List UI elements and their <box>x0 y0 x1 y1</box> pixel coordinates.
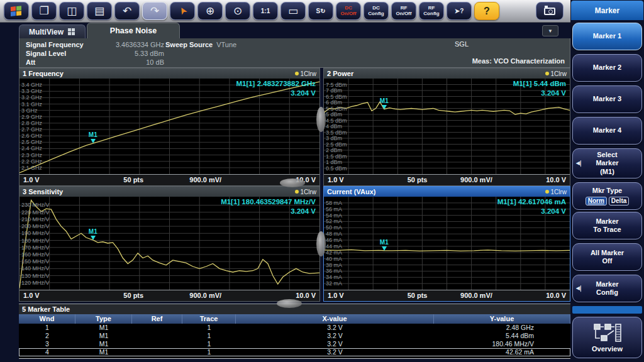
zoom-area-icon: ⊕ <box>206 6 214 16</box>
rf-onoff-button-label: RFOn/Off <box>396 6 412 16</box>
marker-type-option-norm[interactable]: Norm <box>586 197 607 206</box>
tab-multiview[interactable]: MultiView <box>19 25 86 38</box>
redo-button[interactable]: ↷ <box>142 2 167 20</box>
panel-title-bar[interactable]: 2 Power1Clrw <box>324 69 570 79</box>
panel-title-bar[interactable]: Current (VAux)1Clrw <box>324 187 570 197</box>
y-axis-tick-label: 130 MHz/V <box>21 273 50 279</box>
trace-mode-label: 1Clrw <box>300 189 316 195</box>
trace-color-dot <box>295 72 299 75</box>
marker-2-button[interactable]: Marker 2 <box>572 54 642 82</box>
sweep-source-value[interactable]: VTune <box>216 40 236 49</box>
x-axis-start: 1.0 V <box>23 292 40 299</box>
marker-m1[interactable]: M1 <box>89 229 97 240</box>
chart-panel-1[interactable]: 1 Frequency1Clrw3.4 GHz3.3 GHz3.2 GHz3.1… <box>19 68 320 186</box>
panel-title: 1 Frequency <box>23 70 295 77</box>
select-marker-button[interactable]: ◀SelectMarker(M1) <box>572 148 642 178</box>
marker-type-option-delta[interactable]: Delta <box>609 197 629 206</box>
dc-config-button[interactable]: DCConfig <box>364 2 389 20</box>
trace-indicator: 1Clrw <box>295 189 316 195</box>
chart-panel-4[interactable]: Current (VAux)1Clrw58 mA56 mA54 mA52 mA5… <box>323 186 570 302</box>
marker-1-button-label: Marker 1 <box>593 32 621 40</box>
panel-title: 3 Sensitivity <box>23 188 295 195</box>
screenshot-button[interactable] <box>536 2 564 20</box>
marker-type-button[interactable]: Mkr TypeNormDelta <box>572 182 642 210</box>
marker-table-row-4[interactable]: 4M113.2 V42.62 mA <box>19 348 570 356</box>
help-button[interactable]: ? <box>474 2 499 20</box>
all-marker-off-button[interactable]: All MarkerOff <box>572 243 642 271</box>
one-to-one-button[interactable]: 1:1 <box>253 2 278 20</box>
window-dropdown-button[interactable]: ▼ <box>542 25 558 36</box>
signal-frequency-value[interactable]: 3.4636334 GHz <box>100 40 164 49</box>
zoom-spectrum-button[interactable]: ⊙ <box>225 2 250 20</box>
display-config-button[interactable]: ▭ <box>280 2 306 20</box>
trace-indicator: 1Clrw <box>545 189 567 195</box>
marker-to-trace-button-label: Marker <box>596 217 618 226</box>
print-button[interactable]: ▤ <box>87 2 112 20</box>
marker-table-cell <box>132 324 182 332</box>
marker-table-cell: M1 <box>75 332 132 340</box>
select-pointer-button[interactable]: ➤ <box>170 2 195 20</box>
marker-table-row-2[interactable]: 2M113.2 V5.44 dBm <box>19 332 570 340</box>
splitter-handle-horizontal-mid[interactable] <box>280 178 305 187</box>
marker-3-button[interactable]: Marker 3 <box>572 85 642 113</box>
splitter-handle-vertical-top[interactable] <box>316 107 326 132</box>
marker-4-button[interactable]: Marker 4 <box>572 117 642 145</box>
splitter-handle-vertical-bottom[interactable] <box>316 231 326 256</box>
open-button[interactable]: ❐ <box>31 2 57 20</box>
marker-readout: M1[1] 180.463529847 MHz/V3.204 V <box>221 197 316 216</box>
overview-button[interactable]: Overview <box>572 317 642 358</box>
splitter-handle-horizontal-table[interactable] <box>277 299 302 308</box>
trace-mode-label: 1Clrw <box>300 70 316 77</box>
all-marker-off-button-label: All Marker <box>591 249 624 257</box>
dc-onoff-button[interactable]: DCOn/Off <box>336 2 361 20</box>
tab-multiview-label: MultiView <box>29 28 64 36</box>
sweep-continuous-button[interactable]: S↻ <box>308 2 333 20</box>
marker-table-col-x-value: X-value <box>236 314 434 324</box>
x-axis-start: 1.0 V <box>328 176 344 184</box>
chart-area[interactable]: 58 mA56 mA54 mA52 mA50 mA48 mA46 mA44 mA… <box>324 197 570 290</box>
marker-table-cell: 4 <box>19 348 75 356</box>
marker-table: 5 Marker Table WndTypeRefTraceX-valueY-v… <box>19 304 570 359</box>
zoom-area-button[interactable]: ⊕ <box>197 2 223 20</box>
panel-title-bar[interactable]: 3 Sensitivity1Clrw <box>19 187 319 197</box>
marker-table-row-1[interactable]: 1M113.2 V2.48 GHz <box>19 324 570 332</box>
chart-area[interactable]: 7.5 dBm7 dBm6.5 dBm6 dBm5.5 dBm5 dBm4.5 … <box>324 79 570 174</box>
marker-table-cell: 42.62 mA <box>434 348 570 356</box>
y-axis-tick-label: 160 MHz/V <box>21 251 50 258</box>
signal-level-value[interactable]: 5.33 dBm <box>100 49 164 58</box>
tab-phase-noise[interactable]: Phase Noise <box>87 23 180 38</box>
marker-m1[interactable]: M1 <box>380 98 389 109</box>
marker-readout-value: M1[1] 180.463529847 MHz/V <box>221 197 316 207</box>
marker-m1-label: M1 <box>380 239 389 246</box>
chart-area[interactable]: 3.4 GHz3.3 GHz3.2 GHz3.1 GHz3 GHz2.9 GHz… <box>19 79 319 174</box>
sidebar-accent-strip <box>572 306 642 314</box>
marker-1-button[interactable]: Marker 1 <box>572 23 642 50</box>
marker-config-button[interactable]: ◀MarkerConfig <box>572 275 642 302</box>
undo-button[interactable]: ↶ <box>114 2 140 20</box>
y-axis-tick-label: 40 mA <box>326 256 342 262</box>
tab-phase-noise-label: Phase Noise <box>110 26 157 35</box>
rf-config-button[interactable]: RFConfig <box>419 2 444 20</box>
att-value[interactable]: 10 dB <box>100 58 164 67</box>
marker-table-cell: 3.2 V <box>236 324 434 332</box>
panel-title-bar[interactable]: 1 Frequency1Clrw <box>19 69 319 79</box>
y-axis-tick-label: 2.9 GHz <box>21 114 42 120</box>
windows-start-button[interactable] <box>4 2 29 20</box>
marker-m1[interactable]: M1 <box>380 239 389 251</box>
marker-to-trace-button[interactable]: MarkerTo Trace <box>572 212 642 239</box>
marker-m1[interactable]: M1 <box>89 132 97 143</box>
y-axis-tick-label: 38 mA <box>326 262 342 268</box>
marker-table-col-type: Type <box>75 314 132 324</box>
marker-table-cell: 1 <box>19 324 75 332</box>
y-axis-tick-label: 50 mA <box>326 224 342 231</box>
chart-panel-3[interactable]: 3 Sensitivity1Clrw230 MHz/V220 MHz/V210 … <box>19 186 320 302</box>
chart-panel-2[interactable]: 2 Power1Clrw7.5 dBm7 dBm6.5 dBm6 dBm5.5 … <box>323 68 570 186</box>
y-axis-tick-label: 3.5 dBm <box>326 129 347 136</box>
marker-table-row-3[interactable]: 3M113.2 V180.46 MHz/V <box>19 340 570 348</box>
rf-onoff-button[interactable]: RFOn/Off <box>391 2 416 20</box>
chart-area[interactable]: 230 MHz/V220 MHz/V210 MHz/V200 MHz/V190 … <box>19 197 319 290</box>
save-button[interactable]: ◫ <box>59 2 84 20</box>
select-marker-button-label: Select <box>597 151 617 159</box>
chevron-down-icon: ▼ <box>548 28 553 34</box>
context-help-button[interactable]: ➤? <box>447 2 472 20</box>
